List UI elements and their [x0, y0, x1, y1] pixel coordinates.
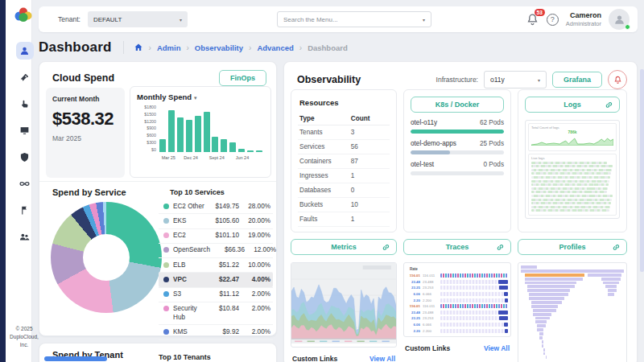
flame-graph-row — [521, 309, 624, 312]
trace-row: 23.4823.488 — [407, 310, 508, 316]
service-row-elb[interactable]: ELB$51.2210.00% — [159, 257, 273, 272]
breadcrumb-item-observability[interactable]: Observability — [195, 43, 243, 52]
service-amount: $149.75 — [208, 203, 239, 210]
trace-row: 116.01116.011 — [407, 273, 508, 279]
service-row-opensearch[interactable]: OpenSearch$66.3612.00% — [159, 243, 273, 257]
sidebar-item-security[interactable] — [16, 148, 34, 166]
service-row-eks[interactable]: EKS$105.6020.00% — [159, 213, 273, 228]
user-name: Cameron — [566, 11, 601, 20]
k8s-row-otel-o11y[interactable]: otel-o11y62 Pods — [411, 119, 504, 134]
service-row-s3[interactable]: S3$11.122.00% — [159, 287, 273, 302]
tenant-select[interactable]: DEFAULT ▾ — [88, 11, 188, 27]
view-all-link[interactable]: View All — [484, 344, 510, 352]
chevron-down-icon: ▾ — [180, 17, 182, 23]
trace-rate-secondary: 23.488 — [423, 311, 438, 315]
service-amount: $22.47 — [208, 276, 239, 283]
sidebar-item-workspaces[interactable] — [16, 121, 34, 139]
service-percent: 10.00% — [243, 261, 270, 269]
flame-graph-row — [521, 332, 624, 335]
logs-sparkline — [531, 134, 613, 146]
service-name: S3 — [173, 290, 204, 298]
home-icon[interactable] — [134, 43, 143, 52]
monthly-spend-card: Monthly Spend▾ $1800$1500$1200$900$600$3… — [130, 86, 271, 178]
avatar[interactable] — [609, 9, 630, 30]
horizontal-scrollbar-thumb[interactable] — [44, 356, 107, 361]
k8s-docker-card: K8s / Docker otel-o11y62 Podsotel-demo-a… — [403, 89, 511, 232]
trace-rate-secondary: 2.200 — [423, 298, 438, 302]
trace-span-bar — [440, 316, 508, 320]
flame-graph-row — [521, 317, 624, 320]
pod-count: 25 Pods — [480, 140, 504, 147]
sidebar-item-dashboard[interactable] — [16, 42, 34, 60]
notifications-button[interactable]: 53 — [526, 13, 539, 27]
k8s-row-otel-demo-apps[interactable]: otel-demo-apps25 Pods — [411, 140, 504, 154]
k8s-docker-button[interactable]: K8s / Docker — [411, 97, 504, 113]
k8s-row-otel-test[interactable]: otel-test0 Pods — [411, 161, 504, 175]
service-amount: $66.36 — [214, 246, 245, 253]
bar-Apr 24 — [256, 150, 262, 152]
profiles-thumbnail[interactable] — [518, 262, 627, 362]
link-icon — [611, 242, 621, 253]
trace-rate-secondary: 23.253 — [423, 316, 438, 320]
resource-row-ingresses: Ingresses1 — [298, 169, 390, 183]
resource-row-databases: Databases0 — [298, 183, 390, 198]
logs-card: Logs Total Count of logs 786k Live logs — [518, 89, 627, 232]
resources-title: Resources — [299, 98, 390, 107]
trace-rate-secondary: 23.253 — [423, 286, 438, 290]
trace-row: 2.202.200 — [407, 297, 508, 303]
profiles-button[interactable]: Profiles — [518, 239, 627, 255]
sidebar-nav — [11, 42, 38, 245]
observability-title: Observability — [297, 74, 361, 85]
service-row-vpc[interactable]: VPC$22.474.00% — [159, 272, 273, 286]
resources-table: Type Count Tenants3Services56Containers8… — [298, 113, 390, 227]
breadcrumb-item-admin[interactable]: Admin — [157, 43, 181, 52]
service-percent: 2.00% — [243, 328, 270, 335]
trace-row: 2.202.200 — [407, 327, 508, 334]
monthly-spend-dropdown[interactable]: Monthly Spend▾ — [137, 93, 264, 101]
infrastructure-select[interactable]: o11y ▾ — [484, 71, 547, 88]
finops-button[interactable]: FinOps — [219, 70, 266, 86]
flame-graph-row — [521, 344, 624, 348]
trace-rate: 2.20 — [407, 298, 420, 302]
sidebar-item-cloud-services[interactable] — [16, 95, 34, 113]
chevron-down-icon: ▾ — [423, 17, 425, 23]
resources-col-type: Type — [299, 115, 351, 122]
user-role: Administrator — [566, 20, 601, 27]
service-row-security-hub[interactable]: Security Hub$10.842.00% — [159, 302, 273, 325]
sidebar-item-organization[interactable] — [16, 201, 34, 219]
custom-links-label: Custom Links — [405, 344, 450, 352]
traces-button[interactable]: Traces — [403, 239, 511, 255]
traces-thumbnail[interactable]: Rate 116.01116.01123.4823.48823.2523.253… — [403, 262, 511, 337]
breadcrumb: Dashboard ›Admin›Observability›Advanced›… — [39, 38, 638, 57]
metrics-thumbnail[interactable] — [291, 262, 397, 348]
help-button[interactable]: ? — [547, 14, 559, 26]
trace-row: 6.066.066 — [407, 291, 508, 298]
app-window: © 2025 DuploCloud, Inc. Tenant: DEFAULT … — [0, 0, 644, 362]
logs-button[interactable]: Logs — [525, 97, 620, 113]
user-menu[interactable]: Cameron Administrator — [566, 11, 601, 28]
service-row-ec2[interactable]: EC2$101.1019.00% — [159, 228, 273, 243]
breadcrumb-item-advanced[interactable]: Advanced — [257, 43, 293, 52]
grafana-button[interactable]: Grafana — [552, 72, 602, 88]
sidebar-item-users[interactable] — [16, 228, 34, 245]
bar-Jul 24 — [229, 142, 236, 152]
infinity-icon — [19, 179, 30, 189]
observability-panel: Observability Infrastructure: o11y ▾ Gra… — [283, 61, 638, 362]
view-all-link[interactable]: View All — [369, 355, 395, 362]
metrics-button[interactable]: Metrics — [291, 239, 397, 255]
breadcrumb-trail: ›Admin›Observability›Advanced›Dashboard — [134, 43, 348, 52]
menu-search-select[interactable]: Search the Menu... ▾ — [277, 11, 431, 27]
alerts-button[interactable] — [608, 70, 627, 89]
sidebar-item-deployments[interactable] — [16, 68, 34, 86]
service-row-ec2-other[interactable]: EC2 Other$149.7528.00% — [159, 200, 273, 213]
top-tenants-title: Top 10 Tenants — [159, 353, 211, 361]
hand-icon — [19, 99, 30, 109]
resource-row-buckets: Buckets10 — [298, 198, 390, 212]
sidebar-item-devops[interactable] — [16, 175, 34, 192]
trace-rate-secondary: 2.200 — [423, 329, 438, 333]
logs-thumbnail[interactable]: Total Count of logs 786k Live logs — [525, 120, 620, 219]
bar-Dec 24 — [186, 120, 192, 152]
service-row-kms[interactable]: KMS$9.922.00% — [159, 324, 273, 339]
alarm-bell-icon — [613, 76, 622, 84]
vertical-scrollbar-thumb[interactable] — [640, 69, 644, 272]
